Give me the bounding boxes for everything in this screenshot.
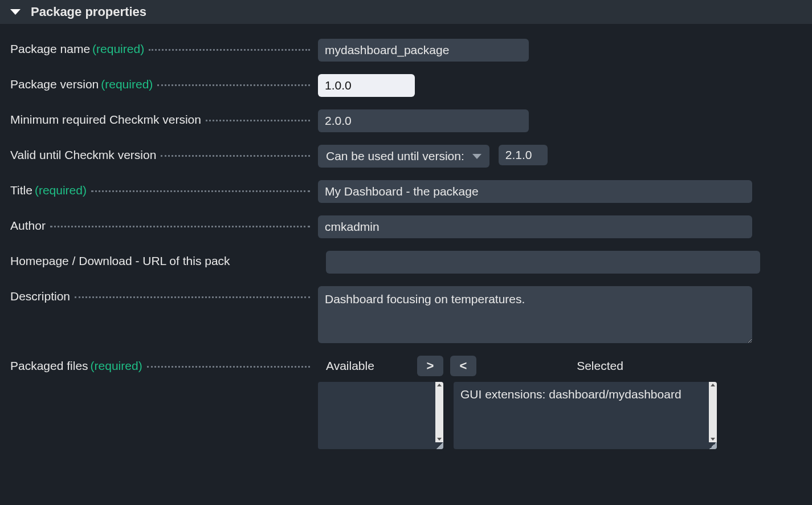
package-name-input[interactable] xyxy=(318,39,529,62)
resize-grip-icon[interactable] xyxy=(709,442,717,449)
label-text: Package name xyxy=(10,42,90,56)
author-input[interactable] xyxy=(318,215,752,238)
required-tag: (required) xyxy=(91,359,142,373)
dots xyxy=(161,155,310,157)
files-lists: GUI extensions: dashboard/mydashboard xyxy=(318,382,717,449)
label-text: Homepage / Download - URL of this pack xyxy=(10,254,230,268)
dots xyxy=(50,226,310,227)
valid-until-select[interactable]: Can be used until version: xyxy=(318,145,489,168)
required-tag: (required) xyxy=(101,78,153,91)
row-description: Description xyxy=(10,286,802,343)
label-text: Package version xyxy=(10,78,99,91)
label-package-name: Package name (required) xyxy=(10,39,318,56)
label-text: Description xyxy=(10,290,70,303)
dots xyxy=(149,49,310,51)
min-version-input[interactable] xyxy=(318,109,529,132)
required-tag: (required) xyxy=(92,42,144,56)
files-header: Available > < Selected xyxy=(318,356,717,376)
section-header[interactable]: Package properties xyxy=(0,0,812,24)
selected-header: Selected xyxy=(483,359,717,373)
dots xyxy=(91,190,310,192)
label-package-version: Package version (required) xyxy=(10,74,318,91)
label-text: Minimum required Checkmk version xyxy=(10,113,201,127)
label-packaged-files: Packaged files (required) xyxy=(10,356,318,373)
homepage-input[interactable] xyxy=(326,251,760,274)
move-left-button[interactable]: < xyxy=(450,356,476,376)
row-packaged-files: Packaged files (required) Available > < … xyxy=(10,356,802,449)
row-homepage: Homepage / Download - URL of this pack xyxy=(10,251,802,274)
section-title: Package properties xyxy=(31,5,146,19)
form-area: Package name (required) Package version … xyxy=(0,24,812,449)
selected-listbox[interactable]: GUI extensions: dashboard/mydashboard xyxy=(454,382,717,449)
packaged-files-area: Available > < Selected GUI extensions: d… xyxy=(318,356,717,449)
row-package-name: Package name (required) xyxy=(10,39,802,62)
row-package-version: Package version (required) xyxy=(10,74,802,97)
row-author: Author xyxy=(10,215,802,238)
description-textarea[interactable] xyxy=(318,286,752,343)
label-text: Packaged files xyxy=(10,359,88,373)
scrollbar[interactable] xyxy=(709,382,717,442)
required-tag: (required) xyxy=(35,184,87,197)
dots xyxy=(157,84,310,86)
label-title: Title (required) xyxy=(10,180,318,197)
label-text: Author xyxy=(10,219,46,233)
available-header: Available xyxy=(326,359,410,373)
label-description: Description xyxy=(10,286,318,303)
row-title: Title (required) xyxy=(10,180,802,203)
valid-until-version-input[interactable]: 2.1.0 xyxy=(499,145,548,165)
move-right-button[interactable]: > xyxy=(417,356,443,376)
resize-grip-icon[interactable] xyxy=(435,442,443,449)
chip-value: 2.1.0 xyxy=(505,148,532,161)
label-text: Title xyxy=(10,184,32,197)
label-min-version: Minimum required Checkmk version xyxy=(10,109,318,127)
caret-down-icon xyxy=(472,154,482,159)
dots xyxy=(206,120,310,121)
row-min-version: Minimum required Checkmk version xyxy=(10,109,802,132)
select-value: Can be used until version: xyxy=(326,149,464,163)
selected-list-content: GUI extensions: dashboard/mydashboard xyxy=(454,382,717,407)
label-valid-until: Valid until Checkmk version xyxy=(10,145,318,162)
available-listbox[interactable] xyxy=(318,382,443,449)
dots xyxy=(147,366,310,368)
available-list-content xyxy=(318,382,443,393)
title-input[interactable] xyxy=(318,180,752,203)
row-valid-until: Valid until Checkmk version Can be used … xyxy=(10,145,802,168)
package-version-input[interactable] xyxy=(318,74,415,97)
scrollbar[interactable] xyxy=(435,382,443,442)
chevron-down-icon xyxy=(10,9,21,15)
label-text: Valid until Checkmk version xyxy=(10,148,156,162)
label-homepage: Homepage / Download - URL of this pack xyxy=(10,251,318,268)
label-author: Author xyxy=(10,215,318,233)
dots xyxy=(75,296,310,298)
